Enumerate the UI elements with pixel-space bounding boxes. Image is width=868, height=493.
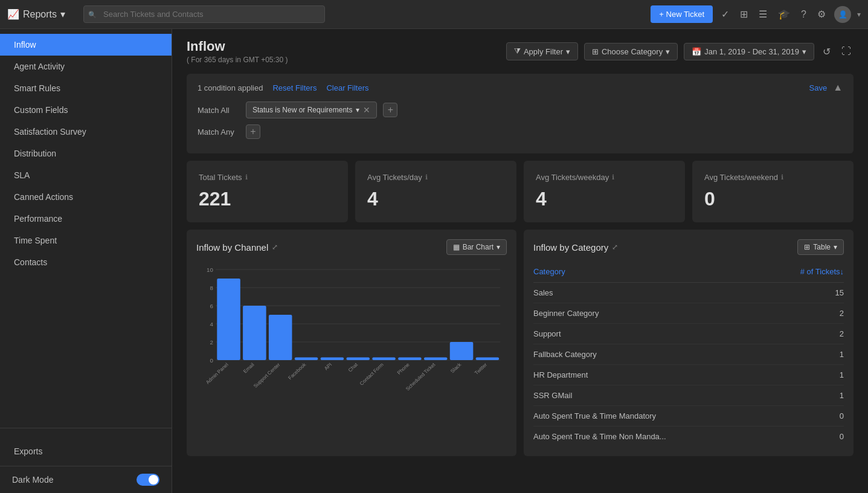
choose-category-button[interactable]: ⊞ Choose Category ▾ <box>584 43 678 60</box>
bar-label: Twitter <box>474 362 489 376</box>
category-count: 0 <box>840 411 844 420</box>
stat-value: 4 <box>536 188 673 210</box>
table-row[interactable]: HR Department 1 <box>533 365 844 385</box>
category-count: 2 <box>840 309 844 318</box>
collapse-filter-button[interactable]: ▲ <box>833 82 843 93</box>
reset-filters-link[interactable]: Reset Filters <box>272 83 317 92</box>
sidebar-item-smart-rules[interactable]: Smart Rules <box>0 77 172 99</box>
graduation-icon[interactable]: 🎓 <box>776 6 792 22</box>
sidebar: InflowAgent ActivitySmart RulesCustom Fi… <box>0 29 172 493</box>
settings-icon[interactable]: ⚙ <box>815 6 828 22</box>
avatar[interactable]: 👤 <box>834 6 851 23</box>
bar-label: Phone <box>396 362 411 376</box>
stat-label: Avg Tickets/day ℹ <box>367 173 504 182</box>
dark-mode-toggle[interactable] <box>137 474 159 486</box>
bar-2[interactable] <box>269 315 292 360</box>
stat-help-icon[interactable]: ℹ <box>781 173 783 181</box>
stat-value: 0 <box>704 188 841 210</box>
page-title-group: Inflow ( For 365 days in GMT +05:30 ) <box>187 39 288 64</box>
fullscreen-icon[interactable]: ⛶ <box>839 44 854 59</box>
avatar-icon: 👤 <box>838 10 847 19</box>
table-row[interactable]: Beginner Category 2 <box>533 303 844 324</box>
page-title: Inflow <box>187 39 288 54</box>
content-area: Inflow ( For 365 days in GMT +05:30 ) ⧩ … <box>172 29 868 493</box>
new-ticket-button[interactable]: + New Ticket <box>651 5 713 23</box>
sidebar-item-agent-activity[interactable]: Agent Activity <box>0 56 172 77</box>
category-name: Support <box>533 329 561 338</box>
filter-chevron: ▾ <box>566 47 570 56</box>
table-row[interactable]: Auto Spent True & Time Mandatory 0 <box>533 406 844 427</box>
add-match-all-button[interactable]: + <box>383 103 397 117</box>
sidebar-item-sla[interactable]: SLA <box>0 164 172 186</box>
table-row[interactable]: Fallback Category 1 <box>533 344 844 365</box>
table-header-row: Category # of Tickets↓ <box>533 263 844 283</box>
bar-4[interactable] <box>321 358 344 361</box>
clear-filters-link[interactable]: Clear Filters <box>326 83 368 92</box>
bar-10[interactable] <box>476 358 500 361</box>
bar-0[interactable] <box>217 279 240 360</box>
sidebar-footer: Dark Mode <box>0 466 172 493</box>
help-icon[interactable]: ? <box>799 7 809 22</box>
sidebar-item-custom-fields[interactable]: Custom Fields <box>0 99 172 121</box>
table-row[interactable]: SSR GMail 1 <box>533 385 844 406</box>
category-chart-card: Inflow by Category ⤢ ⊞ Table ▾ Category … <box>524 230 854 456</box>
check-icon[interactable]: ✓ <box>719 6 731 22</box>
sidebar-divider <box>0 428 172 428</box>
match-all-label: Match All <box>198 106 240 115</box>
list-icon[interactable]: ☰ <box>756 6 770 22</box>
add-match-any-button[interactable]: + <box>246 124 260 139</box>
stat-help-icon[interactable]: ℹ <box>245 173 248 181</box>
remove-filter-icon[interactable]: ✕ <box>363 105 370 115</box>
stat-label: Avg Tickets/weekday ℹ <box>536 173 673 182</box>
brand-label: Reports <box>23 9 57 20</box>
channel-chart-title: Inflow by Channel ⤢ <box>196 242 278 253</box>
bar-8[interactable] <box>424 358 448 361</box>
brand-logo: 📈 Reports ▾ <box>7 8 65 20</box>
bar-3[interactable] <box>295 358 318 361</box>
col-tickets: # of Tickets↓ <box>800 267 844 276</box>
stat-value: 4 <box>367 188 504 210</box>
table-row[interactable]: Support 2 <box>533 324 844 344</box>
grid-icon[interactable]: ⊞ <box>738 6 750 22</box>
bar-1[interactable] <box>243 306 266 360</box>
stat-help-icon[interactable]: ℹ <box>612 173 614 181</box>
sidebar-item-performance[interactable]: Performance <box>0 208 172 230</box>
refresh-icon[interactable]: ↺ <box>820 44 833 60</box>
table-row[interactable]: Sales 15 <box>533 283 844 303</box>
bar-label: Contact Form <box>359 362 385 386</box>
category-name: Auto Spent True & Time Mandatory <box>533 411 656 420</box>
content-header: Inflow ( For 365 days in GMT +05:30 ) ⧩ … <box>172 29 868 69</box>
save-filter-button[interactable]: Save <box>809 83 828 92</box>
status-filter-tag[interactable]: Status is New or Requirements ▾ ✕ <box>246 102 377 118</box>
date-range-button[interactable]: 📅 Jan 1, 2019 - Dec 31, 2019 ▾ <box>684 43 814 60</box>
table-type-selector[interactable]: ⊞ Table ▾ <box>797 239 844 255</box>
chart-type-selector[interactable]: ▦ Bar Chart ▾ <box>446 239 507 255</box>
bar-9[interactable] <box>450 342 474 360</box>
bar-chart: 0246810Admin PanelEmailSupport CenterFac… <box>196 263 507 396</box>
svg-text:2: 2 <box>210 340 213 346</box>
bar-label: API <box>323 362 333 371</box>
stat-card: Avg Tickets/weekend ℹ 0 <box>692 161 854 222</box>
bar-label: Email <box>242 362 256 374</box>
stat-help-icon[interactable]: ℹ <box>425 173 428 181</box>
sidebar-item-distribution[interactable]: Distribution <box>0 143 172 164</box>
category-chart-title: Inflow by Category ⤢ <box>533 242 618 253</box>
sidebar-item-time-spent[interactable]: Time Spent <box>0 230 172 251</box>
bar-6[interactable] <box>372 358 396 361</box>
sidebar-item-contacts[interactable]: Contacts <box>0 251 172 273</box>
avatar-chevron: ▾ <box>857 10 861 19</box>
search-input[interactable] <box>83 5 325 23</box>
col-category: Category <box>533 267 565 276</box>
apply-filter-button[interactable]: ⧩ Apply Filter ▾ <box>506 42 578 60</box>
sidebar-item-inflow[interactable]: Inflow <box>0 34 172 56</box>
bar-5[interactable] <box>346 358 370 361</box>
charts-row: Inflow by Channel ⤢ ▦ Bar Chart ▾ 024681… <box>187 230 854 456</box>
bar-7[interactable] <box>398 358 422 361</box>
category-expand-icon[interactable]: ⤢ <box>612 243 618 251</box>
sidebar-item-satisfaction-survey[interactable]: Satisfaction Survey <box>0 121 172 143</box>
sidebar-item-canned-actions[interactable]: Canned Actions <box>0 186 172 208</box>
page-subtitle: ( For 365 days in GMT +05:30 ) <box>187 56 288 64</box>
sidebar-item-exports[interactable]: Exports <box>0 440 172 462</box>
channel-expand-icon[interactable]: ⤢ <box>272 243 278 251</box>
table-row[interactable]: Auto Spent True & Time Non Manda... 0 <box>533 427 844 446</box>
